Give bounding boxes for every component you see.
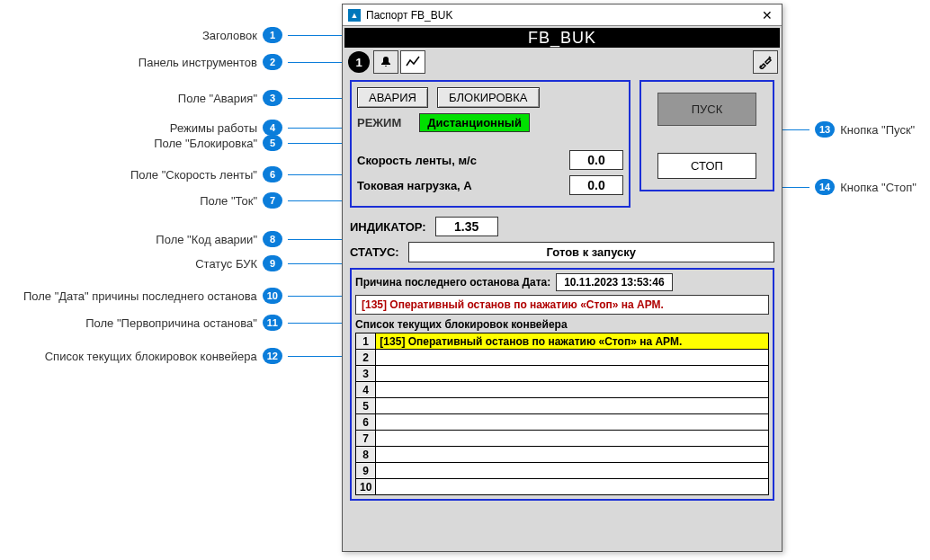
toolbar-btn-1[interactable]: 1 [348,51,370,73]
callout-line [782,129,809,130]
titlebar: ▲ Паспорт FB_BUK ✕ [343,4,782,26]
row-number: 1 [356,333,376,350]
settings-icon[interactable] [753,50,778,74]
callout-label: Поле "Блокировка" [154,137,257,150]
callout-badge: 14 [815,179,835,195]
callout-label: Режимы работы [170,121,257,135]
callout-badge: 10 [263,288,282,304]
row-text [376,414,769,431]
callout-label: Кнопка "Пуск" [840,123,915,137]
current-label: Токовая нагрузка, А [357,179,560,192]
current-value: 0.0 [569,175,623,195]
callout-left-7: Поле "Ток"7 [0,192,342,209]
mode-value: Дистанционный [419,113,530,132]
callout-badge: 2 [263,54,282,70]
callout-label: Поле "Ток" [200,194,257,208]
row-number: 2 [356,350,376,366]
row-text [376,431,769,447]
row-text [376,382,769,398]
speed-label: Скорость ленты, м/с [357,154,560,167]
row-text [376,398,769,414]
interlock-title: Список текущих блокировок конвейера [355,318,769,331]
callout-label: Панель инструментов [139,56,257,69]
callout-left-1: Заголовок1 [0,27,342,43]
callout-badge: 7 [263,192,282,209]
table-row: 1[135] Оперативный останов по нажатию «С… [356,333,769,350]
parameter-group: АВАРИЯ БЛОКИРОВКА РЕЖИМ Дистанционный Ск… [350,80,630,208]
callout-label: Заголовок [202,29,257,42]
callout-label: Поле "Авария" [178,92,257,105]
callout-label: Поле "Первопричина останова" [85,316,257,330]
row-text [376,447,769,463]
reason-group: Причина последнего останова Дата: 10.11.… [350,268,774,501]
interlock-table: 1[135] Оперативный останов по нажатию «С… [355,333,769,495]
callout-line [288,296,342,297]
status-value: Готов к запуску [408,242,774,262]
callout-badge: 8 [263,231,282,247]
table-row: 7 [356,431,769,447]
callout-badge: 1 [263,27,282,43]
callout-line [288,35,342,36]
callout-label: Поле "Код аварии" [156,233,257,246]
callout-badge: 11 [263,315,282,331]
toolbar-badge-1: 1 [355,56,362,69]
row-number: 4 [356,382,376,398]
callout-left-6: Поле "Скорость ленты"6 [0,166,342,182]
close-icon[interactable]: ✕ [758,8,776,22]
bell-icon[interactable] [373,50,398,74]
page-title: FB_BUK [344,28,780,48]
indicator-label: ИНДИКАТОР: [350,220,426,234]
table-row: 8 [356,447,769,463]
table-row: 4 [356,382,769,398]
row-number: 7 [356,431,376,447]
callout-label: Поле "Скорость ленты" [130,168,257,182]
table-row: 5 [356,398,769,414]
callout-line [288,174,342,175]
callout-line [288,128,342,129]
callout-line [288,200,342,201]
app-icon: ▲ [348,9,361,22]
callout-left-2: Панель инструментов2 [0,54,342,70]
block-button[interactable]: БЛОКИРОВКА [437,87,540,108]
stop-button[interactable]: СТОП [657,153,756,179]
callout-line [782,187,809,188]
table-row: 6 [356,414,769,431]
callout-line [288,98,342,99]
reason-date: 10.11.2023 13:53:46 [556,273,672,291]
table-row: 10 [356,479,769,495]
table-row: 9 [356,463,769,479]
row-number: 8 [356,447,376,463]
row-number: 10 [356,479,376,495]
callout-left-5: Поле "Блокировка"5 [0,135,342,151]
callout-label: Кнопка "Стоп" [840,181,917,194]
alarm-button[interactable]: АВАРИЯ [357,87,428,108]
start-button[interactable]: ПУСК [657,93,756,126]
callout-left-12: Список текущих блокировок конвейера12 [0,348,342,364]
table-row: 2 [356,350,769,366]
row-number: 5 [356,398,376,414]
mode-label: РЕЖИМ [357,116,401,129]
row-text: [135] Оперативный останов по нажатию «Ст… [376,333,769,350]
callout-badge: 12 [263,348,282,364]
row-text [376,463,769,479]
toolbar: 1 [344,48,780,76]
trend-icon[interactable] [400,50,425,74]
callout-right-13: 13Кнопка "Пуск" [782,121,926,138]
callout-line [288,143,342,144]
row-text [376,350,769,366]
callout-label: Поле "Дата" причины последнего останова [23,289,257,303]
callout-line [288,356,342,357]
callout-badge: 5 [263,135,282,151]
callout-left-4: Режимы работы4 [0,120,342,136]
callout-left-11: Поле "Первопричина останова"11 [0,315,342,331]
callout-badge: 4 [263,120,282,136]
speed-value: 0.0 [569,150,623,170]
row-number: 6 [356,414,376,431]
callout-line [288,263,342,264]
status-label: СТАТУС: [350,245,399,259]
reason-text: [135] Оперативный останов по нажатию «Ст… [355,295,769,315]
callout-badge: 13 [815,121,835,138]
window-title: Паспорт FB_BUK [366,9,452,22]
callout-left-3: Поле "Авария"3 [0,90,342,106]
indicator-value: 1.35 [435,217,498,236]
